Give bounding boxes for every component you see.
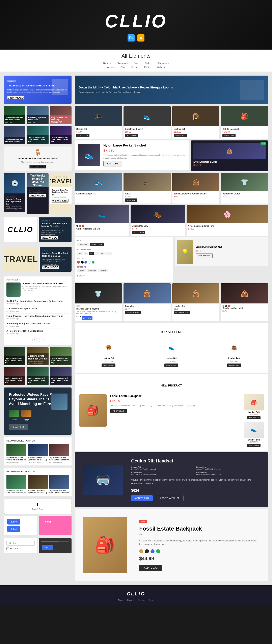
- swatch-gold[interactable]: [222, 305, 224, 307]
- footer-link-terms[interactable]: Terms: [149, 599, 154, 601]
- seller-3-add-btn[interactable]: ADD TO BAG: [227, 364, 241, 367]
- beanie-hat-add-btn[interactable]: ADD TO BAG: [76, 134, 90, 137]
- rec-item-6[interactable]: Jupiter's Great Red Spot Gets Its Close …: [49, 475, 69, 494]
- color-swatch-blue[interactable]: [84, 261, 87, 264]
- video-card-1[interactable]: ▶ LOCATIONS Jupiter's Great Red Spot Get…: [4, 173, 26, 212]
- color-brown[interactable]: [79, 225, 81, 227]
- blog-img-7[interactable]: Jupiter's Great Red Spot Gets Its Close …: [4, 347, 26, 365]
- color-black[interactable]: [76, 225, 78, 227]
- product-beanie-hat[interactable]: 🎩 Beanie Hat $15.90 ADD TO BAG: [75, 106, 122, 139]
- size-s[interactable]: S: [84, 252, 88, 255]
- side-product-2[interactable]: 👟 Leather Belt $170 50% ADD TO BAG: [244, 422, 264, 447]
- product-torino[interactable]: 👜 Torino Leather Co Harness Leather $170: [172, 173, 220, 204]
- read-post-button[interactable]: READ POST: [9, 424, 28, 430]
- blog-item-1[interactable]: Two Weeks on Ice in McMurdo Station Dan …: [4, 106, 26, 124]
- swatch-black-2[interactable]: [225, 305, 227, 307]
- side-product-1-add-btn[interactable]: ADD TO BAG: [247, 416, 260, 419]
- dark-btn[interactable]: Action: [42, 545, 54, 550]
- oculus-add-btn[interactable]: ADD TO BAG: [131, 495, 153, 501]
- primary-btn-2[interactable]: Button: [7, 526, 20, 532]
- rec-item-3[interactable]: Jupiter's Great Red Spot Gets Its Close …: [49, 444, 69, 463]
- backpack-add-btn[interactable]: ADD TO BAG: [222, 134, 236, 137]
- product-colin[interactable]: 🥿 Colin Perforated Slip-On $170: [75, 205, 129, 236]
- material-polyester[interactable]: Polyester: [87, 269, 98, 272]
- product-jungle-moc[interactable]: 🥾 Jungle Moc Low $170 ADD TO BAG: [130, 205, 185, 236]
- columbia-bag-add-btn[interactable]: SEE NEW ITEMS: [125, 311, 141, 314]
- fossil-swatch-green[interactable]: [156, 549, 160, 553]
- product-bridal-trail[interactable]: 👟 Bridal Trail Court F $88.00 ADD TO BAG: [124, 106, 171, 139]
- product-backpack[interactable]: 🎒 Holt To Backpack $175.00 ADD TO BAG: [221, 106, 268, 139]
- lamp-add-btn[interactable]: ADD TO CART: [196, 253, 213, 258]
- play-button-1[interactable]: ▶: [12, 180, 18, 186]
- rec-item-2[interactable]: Jupiter's Great Red Spot Gets Its Close …: [28, 444, 48, 463]
- size-l[interactable]: L: [94, 252, 99, 255]
- jungle-moc-add-btn[interactable]: ADD TO BAG: [132, 231, 145, 234]
- nav-form[interactable]: Form: [134, 62, 139, 64]
- blog-img-10[interactable]: Jupiter's Great Red Spot Gets Its Close …: [4, 367, 26, 385]
- fossil-add-to-bag-btn[interactable]: ADD TO BAG: [139, 564, 162, 571]
- recent-item-6[interactable]: A Rest Stop for Half a Billion Birds 20 …: [6, 328, 69, 336]
- color-swatch-white[interactable]: [88, 261, 91, 264]
- size-xs[interactable]: XS: [77, 252, 83, 255]
- blog-img-11[interactable]: Jupiter's Great Red Spot Gets Its Close …: [27, 367, 48, 385]
- view-btn-dark2[interactable]: VIEW VIDEO: [42, 266, 59, 269]
- swatch-red-2[interactable]: [228, 305, 230, 307]
- nav-widgets[interactable]: Widgets: [157, 66, 165, 68]
- fossil-backpack-add-btn[interactable]: ADD TO BAG: [110, 409, 127, 413]
- blog-img-12[interactable]: Jupiter's Great Red Spot Gets Its Close …: [50, 367, 72, 385]
- filter-feminine[interactable]: FEMININE: [77, 243, 89, 246]
- side-product-1[interactable]: 🎒 Leather Belt $170 50% ADD TO BAG: [244, 394, 264, 419]
- bodysuit-buy-btn[interactable]: BUY NOW: [82, 316, 92, 320]
- next-page-btn[interactable]: ›: [39, 338, 44, 342]
- recent-item-3[interactable]: Life on Mars Mirages of Earth 20 minutes…: [6, 306, 69, 314]
- color-swatch-black[interactable]: [81, 261, 84, 264]
- view-video-btn-3[interactable]: VIEW VIDEO: [29, 194, 46, 198]
- satchel-add-btn[interactable]: ADD TO BAG: [103, 161, 122, 166]
- primary-btn-1[interactable]: Button: [7, 519, 20, 524]
- dark-article-1[interactable]: LOCATIONS Jupiter's Great Red Spot Gets …: [39, 218, 72, 242]
- rec-item-1[interactable]: Jupiter's Great Red Spot Gets Its Close …: [6, 444, 26, 463]
- recent-item-2[interactable]: It's Not Your Imagination, Summers Are G…: [6, 299, 69, 306]
- rec-item-4[interactable]: Jupiter's Great Red Spot Gets Its Close …: [6, 475, 26, 494]
- charlie-leather-card[interactable]: 👜 Charlie Leather Holst $170: [221, 283, 268, 322]
- product-leather-belt-1[interactable]: 🪤 Leather Belt $175.00 ADD TO BAG: [172, 106, 220, 139]
- product-columbia[interactable]: 👟 Columbia Rogue F.K.T $170: [75, 173, 122, 204]
- blog-item-5[interactable]: Jupiter's Great Red Spot Gets Its Close …: [27, 126, 48, 144]
- secondary-btn-1[interactable]: Button: [42, 519, 55, 524]
- fossil-swatch-black[interactable]: [145, 549, 149, 553]
- view-video-btn-2[interactable]: VIEW VIDEO: [30, 165, 46, 168]
- nav-articles[interactable]: Articles: [107, 66, 114, 68]
- size-xxl[interactable]: XXL: [106, 252, 112, 255]
- blog-item-3[interactable]: Why Couldn't This Man Stop Hiccupping?: [50, 106, 72, 124]
- footer-link-about[interactable]: About: [118, 599, 123, 601]
- nav-style-guide[interactable]: Style guide: [117, 62, 128, 64]
- leather-belt-1-add-btn[interactable]: ADD TO BAG: [174, 134, 187, 137]
- nav-blog[interactable]: Blog: [120, 66, 125, 68]
- rec-item-5[interactable]: Jupiter's Great Red Spot Gets Its Close …: [28, 475, 48, 494]
- blog-img-8[interactable]: Jupiter's Great Red Spot Gets Its They s…: [27, 347, 48, 365]
- nav-header[interactable]: Header: [131, 66, 138, 68]
- oculus-wishlist-btn[interactable]: ADD TO WISHLIST: [156, 495, 184, 501]
- prev-page-btn[interactable]: ‹: [32, 338, 37, 342]
- color-red[interactable]: [82, 225, 84, 227]
- bodysuit-card[interactable]: 👕 $279 Blacked Logo Bodysuit The Barbour…: [75, 283, 122, 322]
- dark-article-2[interactable]: LOCATIONS Jupiter's Great Red Spot Gets …: [40, 247, 72, 272]
- view-video-btn-4[interactable]: VIEW VIDEO: [52, 199, 68, 202]
- side-product-2-add-btn[interactable]: ADD TO BAG: [247, 444, 260, 447]
- blog-item-6[interactable]: Jupiter's Great Red Spot Gets Its Close …: [50, 126, 72, 144]
- columbia-bag-card[interactable]: 👜 Columbia $170 SEE NEW ITEMS: [124, 283, 171, 322]
- seller-1-add-btn[interactable]: ADD TO BAG: [102, 364, 116, 367]
- drag-drop-card[interactable]: ⬆ Drag & Drop: [4, 498, 72, 514]
- color-swatch-green[interactable]: [92, 261, 94, 264]
- product-polo-ralph[interactable]: 👕 Polo Ralph Lauren $170: [221, 173, 268, 204]
- video-card-2[interactable]: Two Weeks on Ice in McMurdo Station They…: [27, 173, 48, 214]
- material-cotton[interactable]: Cotton: [77, 269, 86, 272]
- nav-footer[interactable]: Footer: [144, 66, 151, 68]
- seller-2-add-btn[interactable]: ADD TO BAG: [164, 364, 178, 367]
- size-m[interactable]: M: [89, 252, 94, 255]
- nav-slider[interactable]: Slider: [145, 62, 151, 64]
- blog-item-2[interactable]: Unlocking Mysteries in the Stars Dan Fis…: [27, 106, 48, 124]
- blog-item-4[interactable]: Two Weeks on Ice in McMurdo Station: [4, 126, 26, 144]
- london-top-card[interactable]: 👜 London Top $170 SEE NEW ITEMS: [172, 283, 220, 322]
- footer-link-contact[interactable]: Contact: [127, 599, 134, 601]
